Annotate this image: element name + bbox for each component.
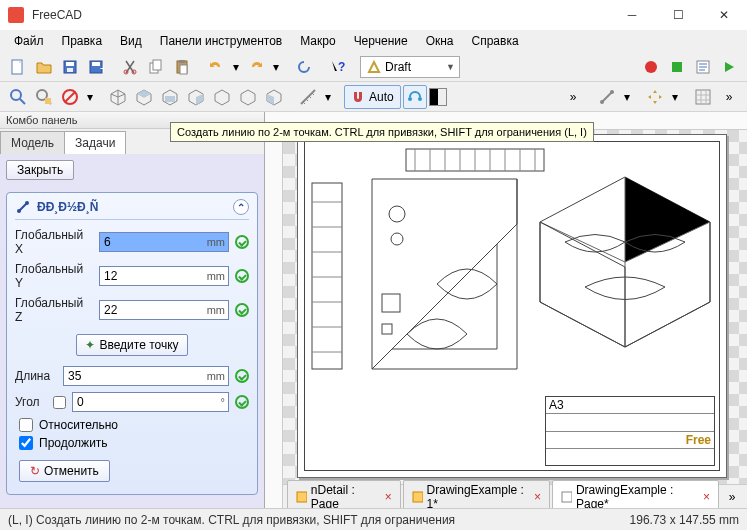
check-icon — [235, 395, 249, 409]
svg-rect-10 — [153, 60, 161, 70]
left-view-button[interactable] — [262, 85, 286, 109]
toolbar-view: ▾ ▾ Auto » ▾ ▾ » — [0, 82, 747, 112]
svg-rect-37 — [413, 492, 423, 502]
titleblock-format: A3 — [549, 398, 564, 412]
menu-edit[interactable]: Правка — [54, 32, 111, 50]
redo-menu[interactable]: ▾ — [270, 55, 282, 79]
save-as-button[interactable]: + — [84, 55, 108, 79]
tab-tasks[interactable]: Задачи — [64, 131, 126, 154]
minimize-button[interactable]: ─ — [609, 0, 655, 30]
line-menu[interactable]: ▾ — [621, 85, 633, 109]
check-icon — [235, 269, 249, 283]
chevron-down-icon: ▼ — [446, 62, 455, 72]
no-icon-button[interactable] — [58, 85, 82, 109]
app-title: FreeCAD — [32, 8, 82, 22]
doc-tab-1[interactable]: nDetail : Page× — [287, 480, 401, 509]
menu-file[interactable]: Файл — [6, 32, 52, 50]
refresh-button[interactable] — [292, 55, 316, 79]
menu-macro[interactable]: Макро — [292, 32, 343, 50]
svg-rect-22 — [165, 96, 175, 102]
tab-overflow[interactable]: » — [721, 485, 743, 509]
input-global-x[interactable]: mm — [99, 232, 229, 252]
whatsthis-button[interactable]: ? — [326, 55, 350, 79]
measure-menu[interactable]: ▾ — [322, 85, 334, 109]
drawing-view-iso — [535, 172, 715, 352]
collapse-button[interactable]: ⌃ — [233, 199, 249, 215]
drawing-viewport[interactable]: A3 Free nDetail : Page× DrawingExample :… — [283, 130, 747, 508]
continue-checkbox[interactable] — [19, 436, 33, 450]
menu-help[interactable]: Справка — [464, 32, 527, 50]
toolbar-overflow-2[interactable]: » — [717, 85, 741, 109]
iso-view-button[interactable] — [106, 85, 130, 109]
move-menu[interactable]: ▾ — [669, 85, 681, 109]
bottom-view-button[interactable] — [236, 85, 260, 109]
check-icon — [235, 235, 249, 249]
menu-view[interactable]: Вид — [112, 32, 150, 50]
open-button[interactable] — [32, 55, 56, 79]
undo-button[interactable] — [204, 55, 228, 79]
zoom-select-button[interactable] — [32, 85, 56, 109]
continue-label: Продолжить — [39, 436, 108, 450]
svg-rect-3 — [67, 68, 73, 72]
record-macro-button[interactable] — [639, 55, 663, 79]
label-global-y: Глобальный Y — [15, 262, 93, 290]
auto-label: Auto — [369, 90, 394, 104]
front-view-button[interactable] — [132, 85, 156, 109]
menu-windows[interactable]: Окна — [418, 32, 462, 50]
grid-button[interactable] — [691, 85, 715, 109]
doc-tab-2[interactable]: DrawingExample : 1*× — [403, 480, 550, 509]
point-task-card: ÐÐ¸Ð½Ð¸Ñ ⌃ Глобальный X mm Глобальный Y … — [6, 192, 258, 495]
tab-model[interactable]: Модель — [0, 131, 65, 154]
close-icon[interactable]: × — [703, 490, 710, 504]
svg-point-24 — [418, 97, 422, 101]
menu-toolbars[interactable]: Панели инструментов — [152, 32, 290, 50]
toolbar-overflow-1[interactable]: » — [561, 85, 585, 109]
drawing-view-front — [367, 174, 527, 374]
copy-button[interactable] — [144, 55, 168, 79]
drawing-view-side — [311, 182, 343, 372]
close-icon[interactable]: × — [385, 490, 392, 504]
color-swatch[interactable] — [429, 88, 447, 106]
auto-button[interactable]: Auto — [344, 85, 401, 109]
input-length[interactable]: mm — [63, 366, 229, 386]
measure-button[interactable] — [296, 85, 320, 109]
svg-rect-20 — [45, 98, 51, 104]
new-button[interactable] — [6, 55, 30, 79]
cut-button[interactable] — [118, 55, 142, 79]
right-view-button[interactable] — [184, 85, 208, 109]
input-angle[interactable]: ° — [72, 392, 229, 412]
view-menu-button[interactable]: ▾ — [84, 85, 96, 109]
save-button[interactable] — [58, 55, 82, 79]
menu-drafting[interactable]: Черчение — [346, 32, 416, 50]
top-view-button[interactable] — [158, 85, 182, 109]
workspace-selector[interactable]: Draft ▼ — [360, 56, 460, 78]
move-tool-button[interactable] — [643, 85, 667, 109]
enter-point-button[interactable]: ✦Введите точку — [76, 334, 187, 356]
input-global-z[interactable]: mm — [99, 300, 229, 320]
cancel-button[interactable]: ↻Отменить — [19, 460, 110, 482]
redo-button[interactable] — [244, 55, 268, 79]
input-global-y[interactable]: mm — [99, 266, 229, 286]
paste-button[interactable] — [170, 55, 194, 79]
snap-button[interactable] — [403, 85, 427, 109]
rear-view-button[interactable] — [210, 85, 234, 109]
line-tool-button[interactable] — [595, 85, 619, 109]
svg-rect-12 — [179, 60, 185, 63]
undo-menu[interactable]: ▾ — [230, 55, 242, 79]
line-icon — [15, 199, 31, 215]
maximize-button[interactable]: ☐ — [655, 0, 701, 30]
close-icon[interactable]: × — [534, 490, 541, 504]
page-icon — [412, 491, 423, 503]
close-button[interactable]: ✕ — [701, 0, 747, 30]
doc-tab-3[interactable]: DrawingExample : Page*× — [552, 480, 719, 509]
angle-checkbox[interactable] — [53, 396, 66, 409]
draft-icon — [367, 60, 381, 74]
toolbar-main: + ▾ ▾ ? Draft ▼ — [0, 52, 747, 82]
zoom-fit-button[interactable] — [6, 85, 30, 109]
relative-checkbox[interactable] — [19, 418, 33, 432]
stop-macro-button[interactable] — [665, 55, 689, 79]
close-task-button[interactable]: Закрыть — [6, 160, 74, 180]
drawing-view-top — [405, 148, 545, 172]
run-macro-button[interactable] — [717, 55, 741, 79]
macros-button[interactable] — [691, 55, 715, 79]
